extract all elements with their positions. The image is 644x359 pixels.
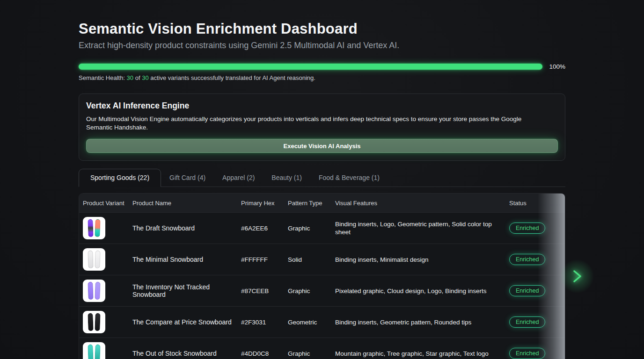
pattern-type-cell: Graphic bbox=[288, 287, 335, 294]
snowboard-graphic-left bbox=[88, 313, 93, 331]
product-thumbnail bbox=[83, 311, 105, 333]
status-cell: Enriched bbox=[509, 223, 565, 234]
vertex-ai-card: Vertex AI Inference Engine Our Multimoda… bbox=[79, 93, 565, 161]
column-header-primary-hex: Primary Hex bbox=[241, 200, 288, 207]
tab-sporting-goods[interactable]: Sporting Goods (22) bbox=[79, 169, 161, 187]
column-header-status: Status bbox=[509, 200, 565, 207]
visual-features-cell: Binding inserts, Logo, Geometric pattern… bbox=[335, 220, 509, 237]
health-total: 30 bbox=[142, 74, 148, 81]
semantic-health-progress: 100% bbox=[79, 63, 565, 70]
snowboard-graphic-left bbox=[88, 251, 93, 268]
product-name-cell: The Inventory Not Tracked Snowboard bbox=[132, 283, 241, 298]
snowboard-graphic-right bbox=[95, 282, 100, 300]
status-cell: Enriched bbox=[509, 348, 565, 359]
pattern-type-cell: Solid bbox=[288, 256, 335, 263]
product-variant-cell bbox=[83, 280, 132, 302]
status-cell: Enriched bbox=[509, 316, 565, 328]
product-variant-cell bbox=[83, 248, 132, 271]
vertex-ai-card-title: Vertex AI Inference Engine bbox=[86, 101, 558, 111]
health-count: 30 bbox=[127, 74, 133, 81]
pattern-type-cell: Graphic bbox=[288, 225, 335, 232]
pattern-type-cell: Graphic bbox=[288, 350, 335, 357]
main-container: Semantic Vision Enrichment Dashboard Ext… bbox=[79, 0, 565, 359]
status-badge: Enriched bbox=[509, 316, 545, 328]
progress-fill bbox=[79, 64, 542, 70]
column-header-product-variant: Product Variant bbox=[83, 200, 132, 207]
product-variant-cell bbox=[83, 342, 132, 359]
status-cell: Enriched bbox=[509, 285, 565, 296]
next-page-button[interactable] bbox=[565, 265, 589, 288]
product-thumbnail bbox=[83, 342, 105, 359]
snowboard-graphic-right bbox=[95, 313, 100, 331]
snowboard-graphic-left bbox=[88, 282, 93, 300]
tab-food-beverage[interactable]: Food & Beverage (1) bbox=[310, 169, 388, 187]
product-thumbnail bbox=[83, 280, 105, 302]
table-row: The Draft Snowboard #6A2EE6 Graphic Bind… bbox=[79, 212, 565, 244]
visual-features-cell: Binding inserts, Minimalist design bbox=[335, 256, 509, 264]
semantic-health-text: Semantic Health: 30 of 30 active variant… bbox=[79, 74, 565, 81]
product-variant-cell bbox=[83, 311, 132, 333]
product-name-cell: The Compare at Price Snowboard bbox=[132, 318, 241, 326]
column-header-product-name: Product Name bbox=[132, 200, 241, 207]
status-badge: Enriched bbox=[509, 285, 545, 296]
product-variant-cell bbox=[83, 217, 132, 239]
tab-gift-card[interactable]: Gift Card (4) bbox=[161, 169, 214, 187]
primary-hex-cell: #87CEEB bbox=[241, 287, 288, 294]
status-badge: Enriched bbox=[509, 254, 545, 265]
product-name-cell: The Out of Stock Snowboard bbox=[132, 350, 241, 357]
primary-hex-cell: #FFFFFF bbox=[241, 256, 288, 263]
snowboard-graphic-right bbox=[95, 251, 100, 268]
page-subtitle: Extract high-density product constraints… bbox=[79, 41, 565, 50]
table-row: The Out of Stock Snowboard #4DD0C8 Graph… bbox=[79, 337, 565, 359]
product-name-cell: The Draft Snowboard bbox=[132, 224, 241, 232]
column-header-pattern-type: Pattern Type bbox=[288, 200, 335, 207]
primary-hex-cell: #4DD0C8 bbox=[241, 350, 288, 357]
page-title: Semantic Vision Enrichment Dashboard bbox=[79, 21, 565, 37]
table-row: The Minimal Snowboard #FFFFFF Solid Bind… bbox=[79, 244, 565, 275]
product-thumbnail bbox=[83, 217, 105, 239]
health-prefix: Semantic Health: bbox=[79, 74, 127, 81]
primary-hex-cell: #6A2EE6 bbox=[241, 225, 288, 232]
status-cell: Enriched bbox=[509, 254, 565, 265]
product-thumbnail bbox=[83, 248, 105, 271]
health-suffix: active variants successfully translated … bbox=[149, 74, 315, 81]
category-tabs: Sporting Goods (22) Gift Card (4) Appare… bbox=[79, 169, 565, 187]
primary-hex-cell: #2F3031 bbox=[241, 319, 288, 326]
snowboard-graphic-right bbox=[95, 345, 100, 359]
health-middle: of bbox=[133, 74, 142, 81]
execute-vision-ai-button[interactable]: Execute Vision AI Analysis bbox=[86, 139, 558, 153]
status-badge: Enriched bbox=[509, 223, 545, 234]
table-body: The Draft Snowboard #6A2EE6 Graphic Bind… bbox=[79, 212, 565, 359]
status-badge: Enriched bbox=[509, 348, 545, 359]
snowboard-graphic-left bbox=[88, 345, 93, 359]
tab-apparel[interactable]: Apparel (2) bbox=[214, 169, 263, 187]
visual-features-cell: Pixelated graphic, Cloud design, Logo, B… bbox=[335, 287, 509, 295]
snowboard-graphic-left bbox=[88, 219, 93, 237]
table-header: Product Variant Product Name Primary Hex… bbox=[79, 194, 565, 212]
vertex-ai-card-description: Our Multimodal Vision Engine automatical… bbox=[86, 115, 549, 132]
progress-track bbox=[79, 64, 542, 70]
tab-beauty[interactable]: Beauty (1) bbox=[263, 169, 310, 187]
progress-percent-label: 100% bbox=[549, 63, 565, 70]
snowboard-graphic-right bbox=[95, 219, 100, 237]
table-row: The Inventory Not Tracked Snowboard #87C… bbox=[79, 275, 565, 306]
visual-features-cell: Binding inserts, Geometric pattern, Roun… bbox=[335, 318, 509, 327]
product-name-cell: The Minimal Snowboard bbox=[132, 256, 241, 263]
chevron-right-icon bbox=[571, 269, 583, 283]
products-table: Product Variant Product Name Primary Hex… bbox=[79, 193, 565, 359]
column-header-visual-features: Visual Features bbox=[335, 200, 509, 207]
visual-features-cell: Mountain graphic, Tree graphic, Star gra… bbox=[335, 350, 509, 358]
table-row: The Compare at Price Snowboard #2F3031 G… bbox=[79, 306, 565, 337]
pattern-type-cell: Geometric bbox=[288, 319, 335, 326]
